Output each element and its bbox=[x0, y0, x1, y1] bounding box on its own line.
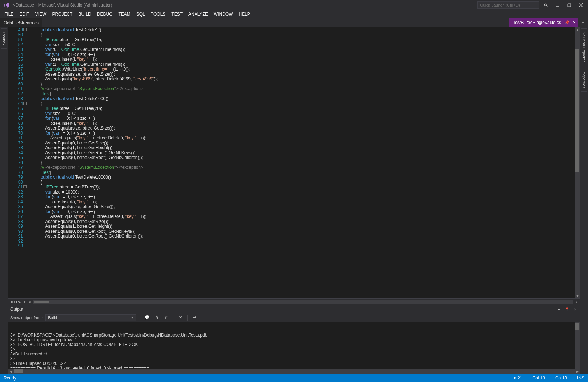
right-tool-strip: Solution Explorer Properties bbox=[580, 27, 588, 374]
scroll-up-icon[interactable]: ▴ bbox=[575, 27, 580, 32]
menu-sql[interactable]: SQL bbox=[133, 11, 148, 17]
status-line: Ln 21 bbox=[511, 375, 522, 381]
prev-icon[interactable]: ↰ bbox=[153, 314, 160, 321]
scroll-down-icon[interactable]: ▾ bbox=[575, 293, 580, 298]
search-icon[interactable] bbox=[541, 1, 551, 9]
close-button[interactable] bbox=[576, 1, 586, 9]
title-bar: NDatabase - Microsoft Visual Studio (Adm… bbox=[0, 0, 588, 10]
menu-test[interactable]: TEST bbox=[168, 11, 185, 17]
code-editor[interactable]: 4950515253545556575859606162636465666768… bbox=[8, 27, 580, 298]
menu-view[interactable]: VIEW bbox=[32, 11, 49, 17]
tab-testbtreesinglevalue[interactable]: TestBTreeSingleValue.cs 📌 ✕ bbox=[509, 18, 578, 27]
panel-close-icon[interactable]: ✕ bbox=[572, 306, 578, 312]
word-wrap-icon[interactable]: ↵ bbox=[191, 314, 198, 321]
visual-studio-icon bbox=[3, 2, 9, 8]
output-panel: Output ▼ 📍 ✕ Show output from: Build▼ 💬 … bbox=[8, 305, 580, 374]
menu-build[interactable]: BUILD bbox=[75, 11, 94, 17]
editor-footer: 100 %▼ ◂ ▸ bbox=[8, 298, 580, 305]
svg-point-0 bbox=[544, 4, 547, 6]
status-ready: Ready bbox=[4, 375, 16, 381]
window-title: NDatabase - Microsoft Visual Studio (Adm… bbox=[12, 3, 112, 8]
status-ch: Ch 13 bbox=[555, 375, 567, 381]
svg-rect-4 bbox=[568, 3, 571, 6]
status-col: Col 13 bbox=[532, 375, 545, 381]
close-icon[interactable]: ✕ bbox=[573, 20, 576, 24]
svg-rect-3 bbox=[567, 4, 570, 7]
document-tabs: OdbFileStream.cs TestBTreeSingleValue.cs… bbox=[0, 18, 588, 27]
status-bar: Ready Ln 21 Col 13 Ch 13 INS bbox=[0, 374, 588, 382]
next-icon[interactable]: ↱ bbox=[163, 314, 169, 321]
menu-edit[interactable]: EDIT bbox=[16, 11, 32, 17]
toolbox-tab[interactable]: Toolbox bbox=[1, 28, 7, 49]
editor-vertical-scrollbar[interactable]: ▴ ▾ bbox=[575, 27, 580, 298]
pin-icon[interactable]: 📌 bbox=[565, 20, 569, 24]
hscroll-right-icon[interactable]: ▸ bbox=[576, 299, 578, 304]
find-message-icon[interactable]: 💬 bbox=[144, 314, 151, 321]
solution-explorer-tab[interactable]: Solution Explorer bbox=[581, 28, 587, 65]
scrollbar-thumb[interactable] bbox=[575, 49, 579, 172]
panel-dropdown-icon[interactable]: ▼ bbox=[556, 306, 562, 312]
output-horizontal-scrollbar[interactable]: ◂▸ bbox=[8, 369, 580, 374]
menu-tools[interactable]: TOOLS bbox=[148, 11, 168, 17]
panel-pin-icon[interactable]: 📍 bbox=[564, 306, 570, 312]
line-gutter: 4950515253545556575859606162636465666768… bbox=[8, 27, 28, 298]
menu-file[interactable]: FILE bbox=[1, 11, 16, 17]
editor-horizontal-scrollbar[interactable] bbox=[33, 300, 573, 304]
clear-all-icon[interactable]: ✖ bbox=[177, 314, 184, 321]
properties-tab[interactable]: Properties bbox=[581, 67, 587, 92]
menu-team[interactable]: TEAM bbox=[115, 11, 133, 17]
output-title: Output bbox=[10, 307, 23, 312]
menu-analyze[interactable]: ANALYZE bbox=[185, 11, 211, 17]
output-source-dropdown[interactable]: Build▼ bbox=[45, 314, 136, 321]
tab-odbfilestream[interactable]: OdbFileStream.cs bbox=[0, 18, 42, 27]
tab-overflow-icon[interactable]: ▾ bbox=[578, 19, 588, 27]
status-ins: INS bbox=[577, 375, 584, 381]
menu-bar: FILEEDITVIEWPROJECTBUILDDEBUGTEAMSQLTOOL… bbox=[0, 10, 588, 18]
quick-launch-input[interactable]: Quick Launch (Ctrl+Q) bbox=[477, 1, 539, 9]
svg-line-1 bbox=[547, 6, 548, 7]
menu-help[interactable]: HELP bbox=[236, 11, 253, 17]
zoom-selector[interactable]: 100 %▼ bbox=[10, 300, 26, 304]
output-vertical-scrollbar[interactable] bbox=[575, 322, 580, 369]
hscroll-left-icon[interactable]: ◂ bbox=[28, 299, 31, 304]
maximize-button[interactable] bbox=[564, 1, 574, 9]
menu-project[interactable]: PROJECT bbox=[49, 11, 75, 17]
code-area[interactable]: public virtual void TestDelete1() { IBTr… bbox=[28, 27, 575, 298]
minimize-button[interactable] bbox=[552, 1, 563, 9]
output-source-label: Show output from: bbox=[10, 315, 43, 320]
output-text[interactable]: 3> D:\WORKSPACE\NDatabase\trunk\CSharpSt… bbox=[8, 322, 580, 369]
left-tool-strip: Toolbox bbox=[0, 27, 8, 374]
menu-window[interactable]: WINDOW bbox=[211, 11, 236, 17]
menu-debug[interactable]: DEBUG bbox=[94, 11, 116, 17]
